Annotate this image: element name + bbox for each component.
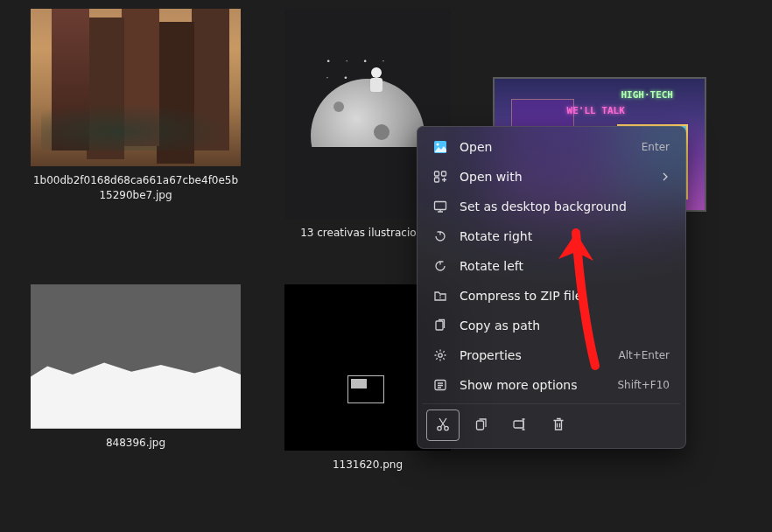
cut-icon xyxy=(435,416,451,435)
menu-item-rotate-left[interactable]: Rotate left xyxy=(423,251,680,281)
svg-point-1 xyxy=(437,144,439,146)
zip-icon xyxy=(433,289,447,303)
svg-rect-4 xyxy=(435,178,439,182)
menu-item-open[interactable]: Open Enter xyxy=(423,132,680,162)
menu-label: Rotate left xyxy=(460,259,670,273)
thumbnail-art xyxy=(31,9,241,166)
copy-path-icon xyxy=(433,318,447,332)
desktop-bg-icon xyxy=(433,200,447,214)
svg-rect-5 xyxy=(435,202,446,210)
rotate-left-icon xyxy=(433,259,447,273)
copy-icon xyxy=(474,416,489,435)
svg-rect-2 xyxy=(435,172,439,176)
context-menu: Open Enter Open with Set as desktop back… xyxy=(417,126,686,449)
svg-rect-3 xyxy=(442,172,446,176)
menu-shortcut: Enter xyxy=(642,141,670,153)
thumbnail xyxy=(31,9,241,166)
menu-label: Properties xyxy=(460,348,606,362)
menu-shortcut: Alt+Enter xyxy=(618,349,670,361)
menu-item-open-with[interactable]: Open with xyxy=(423,162,680,192)
open-with-icon xyxy=(433,170,447,184)
file-name: 1b00db2f0168d68ca661a67cbe4f0e5b15290be7… xyxy=(31,173,241,203)
menu-item-rotate-right[interactable]: Rotate right xyxy=(423,221,680,251)
menu-label: Open xyxy=(460,140,629,154)
delete-icon xyxy=(551,416,566,435)
menu-item-compress-zip[interactable]: Compress to ZIP file xyxy=(423,281,680,311)
chevron-right-icon xyxy=(661,170,670,184)
rename-icon xyxy=(512,416,528,435)
menu-shortcut: Shift+F10 xyxy=(617,379,670,391)
file-name: 1131620.png xyxy=(333,458,403,472)
menu-label: Copy as path xyxy=(460,318,670,332)
menu-item-properties[interactable]: Properties Alt+Enter xyxy=(423,340,680,370)
cut-button[interactable] xyxy=(426,410,460,441)
file-name: 848396.jpg xyxy=(106,436,165,451)
more-options-icon xyxy=(433,378,447,392)
delete-button[interactable] xyxy=(542,410,575,441)
svg-rect-12 xyxy=(514,421,523,428)
image-icon xyxy=(433,140,447,154)
menu-action-row xyxy=(423,403,680,443)
menu-item-more-options[interactable]: Show more options Shift+F10 xyxy=(423,370,680,400)
file-item[interactable]: 1b00db2f0168d68ca661a67cbe4f0e5b15290be7… xyxy=(26,9,245,203)
menu-label: Open with xyxy=(460,170,649,184)
svg-rect-11 xyxy=(477,421,484,430)
file-item[interactable]: 848396.jpg xyxy=(26,284,245,451)
menu-label: Show more options xyxy=(460,378,605,392)
thumbnail xyxy=(31,284,241,429)
properties-icon xyxy=(433,348,447,362)
rename-button[interactable] xyxy=(503,410,537,441)
svg-rect-6 xyxy=(436,321,443,330)
svg-point-7 xyxy=(439,354,442,357)
rotate-right-icon xyxy=(433,229,447,243)
file-name: 13 creativas ilustraciones xyxy=(300,226,435,241)
menu-item-copy-path[interactable]: Copy as path xyxy=(423,311,680,340)
menu-label: Set as desktop background xyxy=(460,200,670,214)
thumbnail-art xyxy=(31,284,241,429)
menu-label: Compress to ZIP file xyxy=(460,289,670,303)
menu-item-set-desktop-bg[interactable]: Set as desktop background xyxy=(423,192,680,221)
menu-label: Rotate right xyxy=(460,229,670,243)
copy-button[interactable] xyxy=(465,410,498,441)
